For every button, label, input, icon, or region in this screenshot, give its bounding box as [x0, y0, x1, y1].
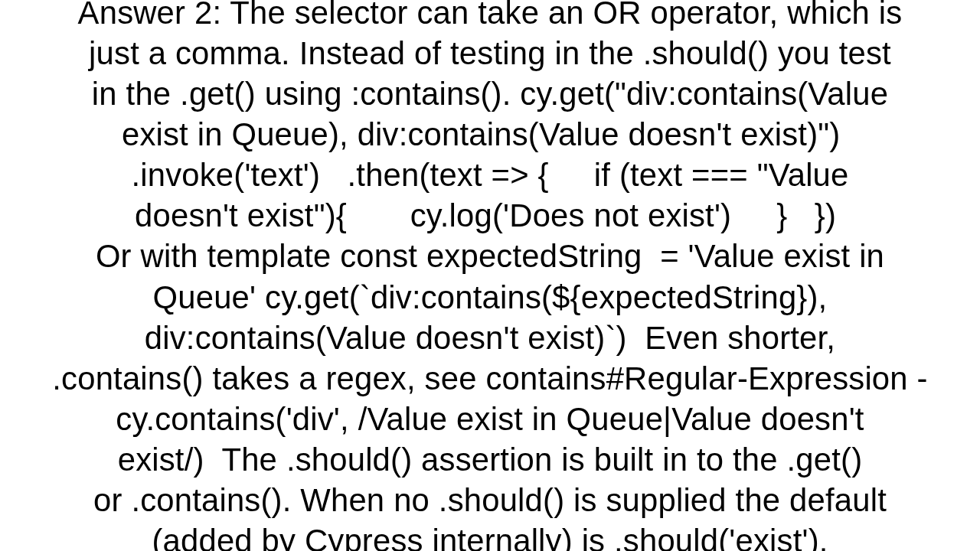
document-page: Answer 2: The selector can take an OR op… — [0, 0, 980, 551]
answer-text: Answer 2: The selector can take an OR op… — [0, 0, 980, 551]
